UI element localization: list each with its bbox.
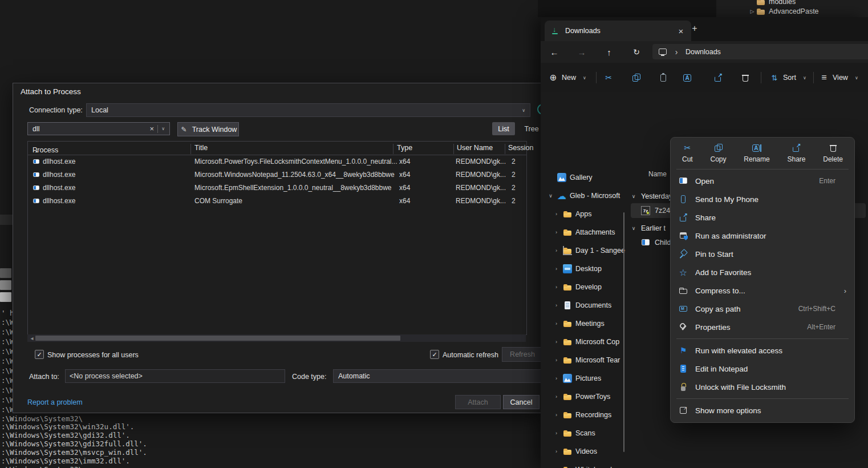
file-group-header[interactable]: ∨ Yesterday [631,189,672,203]
sidebar-item[interactable]: › Pictures [541,369,636,388]
address-bar[interactable]: Downloads [652,44,868,59]
menu-item[interactable]: Run as administrator [671,227,854,245]
tree-item[interactable]: ▷ AdvancedPaste [716,6,868,17]
process-filter-input[interactable]: dll × ∨ [27,122,170,135]
process-row[interactable]: dllhost.exe COM Surrogate x64 REDMOND\gk… [28,195,526,208]
refresh-button[interactable]: Refresh [502,347,543,362]
column-header-title[interactable]: Title [194,144,208,152]
chevron-icon[interactable]: › [553,284,559,290]
attach-to-field[interactable]: <No process selected> [65,369,285,383]
quick-action[interactable]: Copy [710,143,726,163]
sidebar-item[interactable]: › Recordings [541,406,636,424]
menu-item[interactable]: Open Enter [671,172,854,190]
column-header-session[interactable]: Session [508,144,533,152]
scrollbar-block[interactable] [0,292,11,302]
chevron-icon[interactable]: › [553,430,559,436]
forward-icon[interactable] [577,47,586,57]
chevron-icon[interactable]: › [553,357,559,363]
tree-view-toggle[interactable]: Tree [521,122,542,135]
connection-type-select[interactable]: Local ∨ [86,103,530,117]
refresh-icon[interactable] [632,47,641,57]
chevron-icon[interactable]: › [553,229,559,235]
quick-action[interactable]: Cut [682,143,693,163]
report-problem-link[interactable]: Report a problem [27,398,83,406]
scrollbar-block[interactable] [0,268,11,278]
menu-item[interactable]: Compress to... › [671,281,854,300]
sidebar-scrollbar[interactable] [623,212,624,452]
horizontal-scrollbar[interactable] [27,334,526,342]
chevron-icon[interactable]: › [553,302,559,308]
column-header-name[interactable]: Name [648,170,667,178]
view-button[interactable]: View ∨ [820,73,858,82]
menu-item[interactable]: Copy as path Ctrl+Shift+C [671,300,854,318]
scrollbar-block[interactable] [0,280,11,290]
code-type-select[interactable]: Automatic [333,369,544,383]
scrollbar-thumb[interactable] [35,336,400,341]
list-view-toggle[interactable]: List [492,122,515,135]
cut-icon[interactable] [604,73,613,82]
rename-icon[interactable] [685,73,694,82]
delete-icon[interactable] [741,73,750,82]
breadcrumb-location[interactable]: Downloads [686,48,721,56]
chevron-icon[interactable]: › [553,211,559,217]
chevron-down-icon[interactable]: ∨ [631,225,636,231]
chevron-down-icon[interactable]: ∨ [631,193,636,199]
menu-item[interactable]: Show more options [671,401,854,419]
chevron-icon[interactable]: › [553,376,559,381]
sidebar-item[interactable]: › Documents [541,296,636,314]
column-header-type[interactable]: Type [397,144,412,152]
sort-button[interactable]: Sort ∨ [770,73,806,82]
sidebar-item[interactable]: › Microsoft Tear [541,351,636,369]
chevron-icon[interactable]: › [553,412,559,418]
sidebar-item[interactable]: › Desktop [541,260,636,278]
chevron-icon[interactable]: › [553,394,559,400]
menu-item[interactable]: Add to Favorites [671,263,854,281]
sidebar-item[interactable]: › Develop [541,278,636,296]
up-icon[interactable] [605,47,614,57]
sidebar-item[interactable]: ∨ Gleb - Microsoft [541,187,630,205]
process-row[interactable]: dllhost.exe Microsoft.WindowsNotepad_11.… [28,168,526,181]
paste-icon[interactable] [659,73,668,82]
menu-item[interactable]: Send to My Phone [671,190,854,208]
new-button[interactable]: New ∨ [549,73,586,82]
column-header-process[interactable]: Process [33,144,34,152]
menu-item[interactable]: Properties Alt+Enter [671,318,854,336]
file-group-header[interactable]: ∨ Earlier t [631,221,666,235]
close-tab-icon[interactable] [676,26,686,35]
menu-item[interactable]: Unlock with File Locksmith [671,378,854,396]
quick-action[interactable]: Rename [744,143,769,163]
column-header-user[interactable]: User Name [457,144,493,152]
breadcrumb-chevron-icon[interactable] [672,47,681,57]
tab-downloads[interactable]: Downloads [545,21,691,41]
sidebar-item[interactable]: Gallery [541,168,630,187]
chevron-right-icon[interactable]: ▷ [748,9,756,14]
back-icon[interactable] [550,47,559,57]
share-icon[interactable] [713,73,723,82]
process-row[interactable]: dllhost.exe Microsoft.EpmShellExtension_… [28,181,526,195]
sidebar-item[interactable]: › PowerToys [541,388,636,406]
chevron-icon[interactable]: › [553,266,559,272]
menu-item[interactable]: Share [671,208,854,227]
track-window-button[interactable]: Track Window [177,122,239,136]
sidebar-item[interactable]: › Day 1 - Sangee [541,241,636,260]
chevron-icon[interactable]: › [553,321,559,326]
quick-action[interactable]: Delete [823,143,843,163]
sidebar-item[interactable]: › Attachments [541,223,636,241]
chevron-icon[interactable]: › [553,339,559,345]
copy-icon[interactable] [631,73,640,82]
clear-filter-icon[interactable]: × [150,124,155,133]
cancel-button[interactable]: Cancel [503,395,540,409]
menu-item[interactable]: Pin to Start [671,245,854,263]
sidebar-item[interactable]: › Microsoft Cop [541,333,636,351]
chevron-icon[interactable]: › [553,449,559,454]
menu-item[interactable]: Edit in Notepad [671,360,854,378]
sidebar-item[interactable]: › Whiteboards [541,461,636,468]
chevron-icon[interactable]: › [553,248,559,253]
menu-item[interactable]: Run with elevated access [671,341,854,360]
quick-action[interactable]: Share [787,143,805,163]
this-pc-icon[interactable] [658,47,667,57]
sidebar-item[interactable]: › Meetings [541,314,636,333]
sidebar-item[interactable]: › Apps [541,205,636,223]
process-row[interactable]: dllhost.exe Microsoft.PowerToys.FileLock… [28,155,526,168]
automatic-refresh-checkbox[interactable] [430,350,439,359]
